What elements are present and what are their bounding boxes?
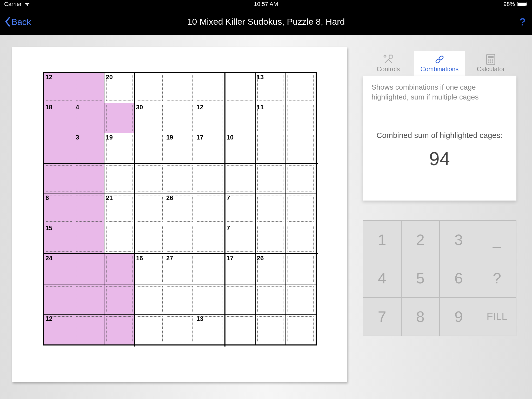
grid-cell[interactable]: [255, 314, 286, 345]
status-time: 10:57 AM: [254, 1, 278, 8]
grid-cell[interactable]: [104, 314, 135, 345]
svg-point-10: [490, 59, 491, 61]
svg-point-13: [490, 62, 491, 63]
grid-cell[interactable]: [285, 194, 316, 224]
grid-cell[interactable]: [285, 254, 316, 284]
grid-cell[interactable]: [44, 133, 74, 163]
grid-cell[interactable]: [74, 254, 104, 284]
grid-cell[interactable]: [285, 103, 316, 133]
grid-cell[interactable]: [135, 133, 165, 163]
grid-cell[interactable]: [104, 163, 135, 194]
grid-cell[interactable]: [165, 163, 195, 194]
grid-cell[interactable]: [195, 254, 225, 284]
key-9[interactable]: 9: [440, 297, 478, 336]
sum-label: Combined sum of highlighted cages:: [370, 130, 509, 141]
key-4[interactable]: 4: [363, 259, 401, 297]
grid-cell[interactable]: [195, 284, 225, 315]
grid-cell[interactable]: [165, 284, 195, 315]
grid-cell[interactable]: [255, 163, 286, 194]
sidebar: Controls Combinations Calculator Shows c…: [347, 35, 532, 399]
grid-cell[interactable]: [285, 163, 316, 194]
key-7[interactable]: 7: [363, 297, 401, 336]
cage-label: 24: [45, 255, 52, 262]
link-icon: [434, 54, 445, 65]
cage-label: 7: [227, 194, 230, 202]
panel-hint: Shows combinations if one cage highlight…: [363, 76, 516, 109]
key-1[interactable]: 1: [363, 221, 401, 259]
grid-cell[interactable]: [104, 224, 135, 254]
key-_[interactable]: _: [478, 221, 516, 259]
grid-cell[interactable]: [195, 194, 225, 224]
grid-cell[interactable]: [255, 224, 286, 254]
grid-cell[interactable]: [135, 284, 165, 315]
grid-cell[interactable]: [255, 284, 286, 315]
grid-cell[interactable]: [225, 284, 255, 315]
grid-cell[interactable]: [165, 224, 195, 254]
sudoku-grid[interactable]: 1220131843012113191917106212671572416271…: [43, 72, 317, 345]
grid-cell[interactable]: [255, 133, 286, 163]
grid-cell[interactable]: [44, 163, 74, 194]
grid-cell[interactable]: [285, 314, 316, 345]
grid-cell[interactable]: [135, 224, 165, 254]
cage-label: 27: [166, 255, 173, 262]
tab-combinations[interactable]: Combinations: [414, 51, 465, 76]
grid-cell[interactable]: [135, 314, 165, 345]
grid-cell[interactable]: [225, 163, 255, 194]
key-2[interactable]: 2: [401, 221, 440, 259]
grid-cell[interactable]: [74, 73, 104, 103]
key-fill[interactable]: FILL: [478, 297, 516, 336]
grid-cell[interactable]: [165, 73, 195, 103]
tab-calculator[interactable]: Calculator: [465, 51, 516, 76]
cage-label: 21: [106, 194, 113, 202]
cage-label: 17: [196, 134, 203, 141]
grid-cell[interactable]: [74, 224, 104, 254]
cage-label: 6: [45, 194, 49, 202]
svg-point-5: [435, 58, 441, 64]
grid-cell[interactable]: [104, 284, 135, 315]
grid-cell[interactable]: [225, 314, 255, 345]
cage-label: 18: [45, 104, 52, 111]
key-3[interactable]: 3: [440, 221, 478, 259]
svg-point-11: [492, 59, 493, 61]
grid-cell[interactable]: [195, 163, 225, 194]
cage-label: 26: [166, 194, 173, 202]
svg-rect-8: [488, 56, 494, 58]
grid-cell[interactable]: [135, 194, 165, 224]
cage-label: 12: [45, 315, 52, 322]
grid-cell[interactable]: [225, 73, 255, 103]
grid-cell[interactable]: [74, 284, 104, 315]
grid-cell[interactable]: [44, 284, 74, 315]
page-title: 10 Mixed Killer Sudokus, Puzzle 8, Hard: [187, 17, 345, 27]
svg-point-6: [438, 55, 444, 61]
tab-label: Combinations: [421, 65, 459, 73]
grid-cell[interactable]: [195, 73, 225, 103]
grid-cell[interactable]: [135, 73, 165, 103]
key-5[interactable]: 5: [401, 259, 440, 297]
grid-cell[interactable]: [104, 254, 135, 284]
help-button[interactable]: ?: [520, 16, 526, 28]
key-6[interactable]: 6: [440, 259, 478, 297]
cage-label: 13: [257, 74, 264, 81]
key-8[interactable]: 8: [401, 297, 440, 336]
grid-cell[interactable]: [285, 133, 316, 163]
back-button[interactable]: Back: [5, 17, 31, 27]
grid-cell[interactable]: [285, 73, 316, 103]
svg-point-12: [488, 62, 490, 63]
svg-rect-2: [527, 3, 527, 5]
grid-cell[interactable]: [74, 194, 104, 224]
grid-cell[interactable]: [165, 103, 195, 133]
grid-cell[interactable]: [74, 314, 104, 345]
grid-cell[interactable]: [104, 103, 135, 133]
grid-cell[interactable]: [74, 163, 104, 194]
tab-controls[interactable]: Controls: [363, 51, 414, 76]
grid-cell[interactable]: [285, 224, 316, 254]
cage-label: 10: [227, 134, 234, 141]
grid-cell[interactable]: [285, 284, 316, 315]
grid-cell[interactable]: [165, 314, 195, 345]
key-?[interactable]: ?: [478, 259, 516, 297]
grid-cell[interactable]: [135, 163, 165, 194]
grid-cell[interactable]: [225, 103, 255, 133]
cage-label: 17: [227, 255, 234, 262]
grid-cell[interactable]: [195, 224, 225, 254]
grid-cell[interactable]: [255, 194, 286, 224]
